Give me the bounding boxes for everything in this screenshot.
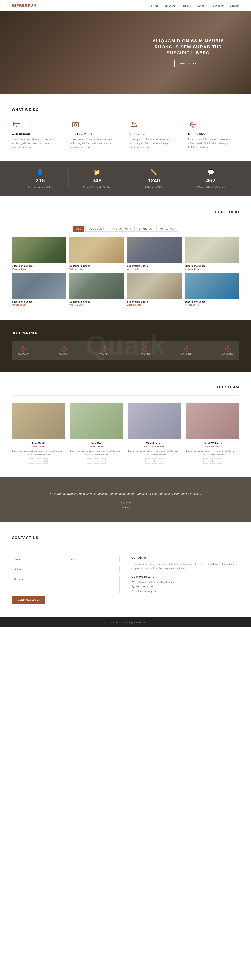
nav-link-contact[interactable]: Contact bbox=[230, 4, 239, 7]
facebook-icon-2[interactable]: f bbox=[145, 458, 150, 463]
partner-logo-3: COMPANY bbox=[140, 346, 152, 355]
team-member-bio-0: Lorem ipsum dolor sit amet, consectetur … bbox=[12, 450, 65, 457]
svg-point-5 bbox=[74, 124, 77, 126]
portfolio-item-title-2: Supermario Shoes bbox=[127, 265, 182, 267]
partner-name-1: COMPANY bbox=[58, 353, 70, 355]
contact-section: CONTACT US SEND MESSAGE Our Office: Fusc… bbox=[0, 522, 251, 617]
portfolio-item-sub-3: Website & Shop bbox=[185, 268, 239, 270]
portfolio-item-sub-0: Website & Shop bbox=[12, 268, 66, 270]
contact-subject-input[interactable] bbox=[12, 566, 120, 573]
contact-subject-row bbox=[12, 566, 120, 573]
linkedin-icon-1[interactable]: in bbox=[101, 458, 106, 463]
facebook-icon-1[interactable]: f bbox=[87, 458, 92, 463]
contact-name-input[interactable] bbox=[12, 556, 64, 563]
twitter-icon-0[interactable]: t bbox=[36, 458, 41, 463]
phone-icon: 📞 bbox=[131, 585, 134, 588]
partner-logo-5: COMPANY bbox=[222, 346, 234, 355]
portfolio-grid: Supermario Shoes Website & Shop Supermar… bbox=[12, 237, 239, 306]
portfolio-thumb-1 bbox=[69, 237, 124, 263]
portfolio-item-title-1: Supermario Shoes bbox=[69, 265, 124, 267]
portfolio-item-4[interactable]: Supermario Shoes Website & Shop bbox=[12, 273, 66, 306]
team-member-bio-1: Lorem ipsum dolor sit amet, consectetur … bbox=[70, 450, 123, 457]
partner-name-5: COMPANY bbox=[222, 353, 234, 355]
twitter-icon-3[interactable]: t bbox=[210, 458, 215, 463]
contact-info: Our Office: Fusce ornare lectus eu risus… bbox=[131, 556, 239, 603]
team-section: OUR TEAM John Smith Designer Lorem ipsum… bbox=[0, 372, 251, 477]
stat-clients: 👤 216 SATISFIED CLIENTS bbox=[12, 169, 69, 188]
nav-link-partners[interactable]: Partners bbox=[196, 4, 207, 7]
portfolio-item-title-7: Supermario Shoes bbox=[185, 301, 239, 303]
contact-email-input[interactable] bbox=[67, 556, 120, 563]
team-member-role-2: Photographer bbox=[128, 445, 181, 448]
portfolio-item-title-6: Supermario Shoes bbox=[127, 301, 182, 303]
linkedin-icon-0[interactable]: in bbox=[43, 458, 47, 463]
send-message-button[interactable]: SEND MESSAGE bbox=[12, 596, 45, 603]
team-socials-2: f t in bbox=[128, 458, 181, 463]
prev-arrow-button[interactable]: ← bbox=[229, 83, 233, 88]
portfolio-item-6[interactable]: Supermario Shoes Website & Shop bbox=[127, 273, 182, 306]
nav-link-our-team[interactable]: Our Team bbox=[212, 4, 224, 7]
filter-branding-button[interactable]: BRANDING bbox=[136, 226, 155, 232]
contact-email-item: ✉ info@company.com bbox=[131, 590, 239, 592]
filter-webdesign-button[interactable]: WEB DESIGN bbox=[85, 226, 108, 232]
filter-all-button[interactable]: ALL bbox=[73, 226, 84, 232]
team-member-3: Sarah Williams Marketing Lorem ipsum dol… bbox=[186, 403, 239, 463]
partners-title: BEST PARTNERS bbox=[12, 331, 239, 335]
contact-office-text: Fusce ornare lectus eu risus venenatis. … bbox=[131, 562, 239, 570]
partners-section: Quark BEST PARTNERS COMPANY COMPANY bbox=[0, 320, 251, 372]
email-icon: ✉ bbox=[131, 590, 134, 592]
what-item-photography: PHOTOGRAPHY Lorem ipsum dolor sit amet, … bbox=[71, 120, 122, 150]
portfolio-item-5[interactable]: Supermario Shoes Website & Shop bbox=[69, 273, 124, 306]
next-arrow-button[interactable]: → bbox=[235, 83, 239, 88]
team-member-name-3: Sarah Williams bbox=[186, 442, 239, 444]
portfolio-thumb-2 bbox=[127, 237, 182, 263]
hero-arrows: ← → bbox=[229, 83, 239, 88]
filter-photography-button[interactable]: PHOTOGRAPHY bbox=[109, 226, 134, 232]
stats-bar: 👤 216 SATISFIED CLIENTS 📁 348 PROJECTS D… bbox=[0, 161, 251, 196]
contact-office-title: Our Office: bbox=[131, 556, 239, 559]
portfolio-item-title-4: Supermario Shoes bbox=[12, 301, 66, 303]
stat-clients-label: SATISFIED CLIENTS bbox=[28, 186, 52, 188]
projects-icon: 📁 bbox=[69, 169, 125, 175]
portfolio-item-3[interactable]: Supermario Shoes Website & Shop bbox=[185, 237, 239, 270]
twitter-icon-1[interactable]: t bbox=[94, 458, 99, 463]
facebook-icon-0[interactable]: f bbox=[29, 458, 34, 463]
dot-0[interactable] bbox=[122, 507, 123, 508]
partner-icon-4 bbox=[184, 346, 190, 352]
nav-link-home[interactable]: Home bbox=[151, 4, 158, 7]
partner-name-4: COMPANY bbox=[182, 353, 193, 355]
read-more-button[interactable]: READ MORE bbox=[174, 60, 202, 67]
contact-phone-item: 📞 010-123-45-343 bbox=[131, 585, 239, 588]
partner-name-0: COMPANY bbox=[17, 353, 29, 355]
twitter-icon-2[interactable]: t bbox=[152, 458, 157, 463]
portfolio-item-1[interactable]: Supermario Shoes Website & Shop bbox=[69, 237, 124, 270]
linkedin-icon-2[interactable]: in bbox=[159, 458, 164, 463]
nav-link-about-us[interactable]: About Us bbox=[164, 4, 175, 7]
dot-1[interactable] bbox=[125, 507, 126, 508]
partner-icon-1 bbox=[61, 346, 67, 352]
filter-marketing-button[interactable]: MARKETING bbox=[156, 226, 178, 232]
nav-link-portfolio[interactable]: Portfolio bbox=[181, 4, 191, 7]
svg-point-14 bbox=[63, 347, 65, 348]
team-grid: John Smith Designer Lorem ipsum dolor si… bbox=[12, 403, 239, 463]
portfolio-item-2[interactable]: Supermario Shoes Website & Shop bbox=[127, 237, 182, 270]
partner-logo-1: COMPANY bbox=[58, 346, 70, 355]
team-member-bio-3: Lorem ipsum dolor sit amet, consectetur … bbox=[186, 450, 239, 457]
facebook-icon-3[interactable]: f bbox=[204, 458, 208, 463]
partner-icon-2 bbox=[102, 346, 108, 352]
portfolio-item-7[interactable]: Supermario Shoes Website & Shop bbox=[185, 273, 239, 306]
portfolio-item-0[interactable]: Supermario Shoes Website & Shop bbox=[12, 237, 66, 270]
contact-form: SEND MESSAGE bbox=[12, 556, 120, 603]
stat-projects-label: PROJECTS DELIVERED bbox=[83, 186, 111, 188]
hero-section: ALIQUAM DIGNISSIM MAURIS RHONCUS SEM CUR… bbox=[0, 11, 251, 94]
portfolio-item-sub-6: Website & Shop bbox=[127, 304, 182, 306]
team-member-1: Jane Doe Developer Lorem ipsum dolor sit… bbox=[70, 403, 123, 463]
footer-text: © 2024 Impressum. All Rights Reserved. bbox=[104, 621, 147, 624]
questions-icon: 💬 bbox=[182, 169, 239, 175]
team-member-2: Mike Johnson Photographer Lorem ipsum do… bbox=[128, 403, 181, 463]
partner-icon-0 bbox=[20, 346, 26, 352]
contact-message-input[interactable] bbox=[12, 576, 120, 593]
logo-text: IMPRESS bbox=[12, 3, 30, 8]
dot-2[interactable] bbox=[128, 507, 129, 508]
linkedin-icon-3[interactable]: in bbox=[217, 458, 222, 463]
